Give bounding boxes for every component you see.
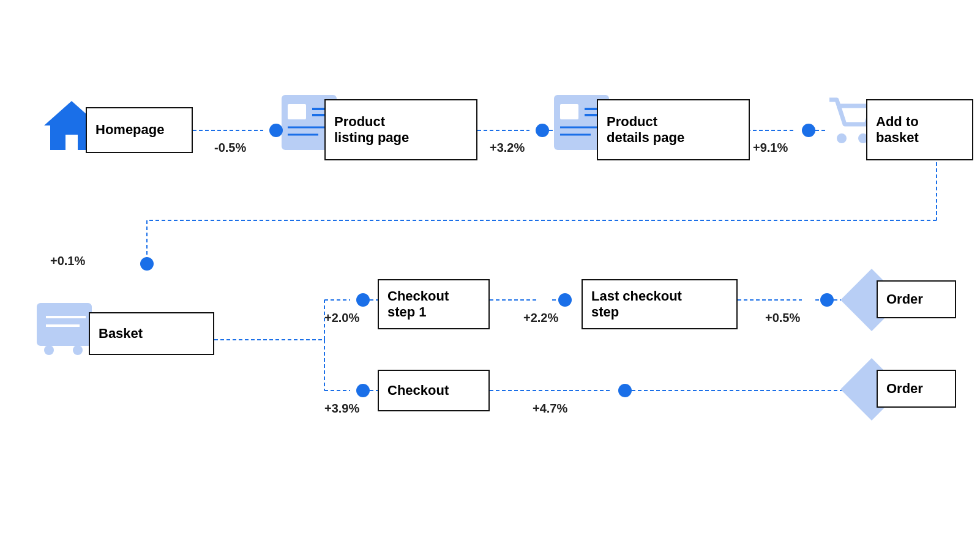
checkout-node: Checkout bbox=[378, 370, 490, 411]
svg-rect-30 bbox=[560, 104, 578, 119]
checkout-step1-node: Checkout step 1 bbox=[378, 279, 490, 329]
dot-basket bbox=[140, 257, 154, 271]
pct-checkout-order2: +4.7% bbox=[533, 402, 567, 416]
dot-hp-plp bbox=[269, 124, 283, 137]
pct-plp-pdp: +3.2% bbox=[490, 141, 525, 155]
pct-basket-up: +0.1% bbox=[50, 254, 85, 268]
svg-point-35 bbox=[837, 133, 847, 143]
order2-node: Order bbox=[877, 370, 956, 408]
dot-checkout bbox=[356, 384, 370, 397]
pct-basket-cs1: +2.0% bbox=[324, 311, 359, 325]
add-to-basket-node: Add to basket bbox=[866, 99, 973, 160]
pct-hp-plp: -0.5% bbox=[214, 141, 246, 155]
last-checkout-step-node: Last checkout step bbox=[582, 279, 738, 329]
dot-cs1 bbox=[356, 293, 370, 307]
svg-rect-24 bbox=[288, 104, 306, 119]
product-details-node: Product details page bbox=[597, 99, 750, 160]
funnel-diagram: Homepage -0.5% Product listing page +3.2… bbox=[0, 0, 980, 535]
svg-point-39 bbox=[73, 345, 83, 355]
pct-basket-checkout: +3.9% bbox=[324, 402, 359, 416]
basket-node: Basket bbox=[89, 312, 214, 355]
dot-cs1-lcs bbox=[558, 293, 572, 307]
order1-node: Order bbox=[877, 280, 956, 318]
pct-lcs-order1: +0.5% bbox=[765, 311, 800, 325]
dot-checkout-order2 bbox=[618, 384, 632, 397]
svg-point-38 bbox=[44, 345, 54, 355]
dot-pdp-atb bbox=[802, 124, 815, 137]
homepage-node: Homepage bbox=[86, 107, 193, 153]
pct-pdp-atb: +9.1% bbox=[753, 141, 788, 155]
pct-cs1-lcs: +2.2% bbox=[523, 311, 558, 325]
dot-lcs-order1 bbox=[820, 293, 834, 307]
dot-plp-pdp bbox=[536, 124, 549, 137]
product-listing-node: Product listing page bbox=[324, 99, 477, 160]
